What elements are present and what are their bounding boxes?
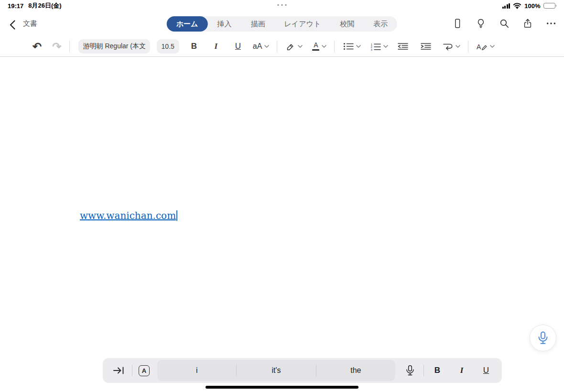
dictation-fab[interactable] [530,325,556,351]
svg-text:3: 3 [371,48,373,51]
svg-text:A: A [477,43,481,51]
divider [423,365,424,376]
suggestion-2[interactable]: it's [237,360,315,381]
chevron-down-icon [322,45,326,48]
document-title: 文書 [23,19,37,28]
grow-shrink-label: aA [253,42,262,51]
divider [132,365,132,376]
chevron-down-icon [264,45,269,48]
keyboard-bold-button[interactable]: B [430,366,445,375]
back-button[interactable] [6,18,19,32]
status-bar: 19:17 8月26日(金) 100% [0,0,564,11]
lightbulb-icon[interactable] [475,17,487,30]
styles-button[interactable]: A [476,39,495,54]
tab-draw[interactable]: 描画 [241,16,274,32]
numbered-list-button[interactable]: 1 2 3 [370,39,388,54]
text-cursor [176,210,177,221]
home-indicator[interactable] [206,386,358,389]
font-name-label: 游明朝 Regular (本文 [83,42,145,51]
suggestion-3[interactable]: the [316,360,395,381]
italic-button[interactable]: I [210,39,222,54]
keyboard-italic-button[interactable]: I [455,366,469,375]
chevron-down-icon [356,45,361,48]
formatting-toolbar: ↶ ↷ 游明朝 Regular (本文 10.5 B I U aA A [0,36,564,57]
underline-button[interactable]: U [232,39,244,54]
suggestion-1[interactable]: i [157,360,236,381]
wifi-icon [513,2,521,9]
chevron-down-icon [298,45,303,48]
tab-layout[interactable]: レイアウト [274,16,330,32]
cellular-signal-icon [502,3,510,9]
font-name-button[interactable]: 游明朝 Regular (本文 [78,39,150,54]
chevron-down-icon [490,45,495,48]
font-color-icon: A [312,39,319,54]
more-ellipsis-icon[interactable] [545,17,557,30]
chevron-down-icon [456,45,460,48]
word-ipad-screen: 19:17 8月26日(金) 100% [0,0,564,392]
bold-button[interactable]: B [188,39,200,54]
clock: 19:17 [8,2,23,10]
decrease-indent-button[interactable] [397,39,409,54]
divider [277,41,277,52]
date: 8月26日(金) [28,1,61,10]
undo-icon[interactable]: ↶ [33,39,42,54]
tab-review[interactable]: 校閲 [330,16,364,32]
bullet-list-button[interactable] [343,39,361,54]
suggestion-group: i it's the [157,360,395,381]
divider [468,41,468,52]
tab-home[interactable]: ホーム [167,16,208,32]
mobile-view-icon[interactable] [451,17,464,30]
tab-view[interactable]: 表示 [364,16,397,32]
divider [69,41,70,52]
font-size-grow-shrink-button[interactable]: aA [253,39,270,54]
keyboard-underline-button[interactable]: U [479,366,493,375]
search-icon[interactable] [498,17,510,30]
divider [334,41,335,52]
highlight-color-button[interactable] [286,39,303,54]
font-color-button[interactable]: A [312,39,326,54]
hyperlink-text[interactable]: www.wanichan.com [80,210,176,221]
font-size-label: 10.5 [162,43,174,50]
font-color-letter: A [314,42,318,48]
keyboard-shortcut-bar: A i it's the B I U [103,358,502,383]
dictation-mic-icon[interactable] [403,363,417,378]
nav-bar: 文書 ホーム 挿入 描画 レイアウト 校閲 表示 [0,11,564,36]
font-size-button[interactable]: 10.5 [157,39,179,54]
document-text-line: www.wanichan.com [80,210,177,221]
ribbon-tabs: ホーム 挿入 描画 レイアウト 校閲 表示 [167,16,397,32]
tab-insert[interactable]: 挿入 [207,16,241,32]
document-canvas[interactable]: www.wanichan.com [0,57,564,392]
redo-icon: ↷ [52,39,61,54]
chevron-down-icon [383,45,388,48]
line-break-button[interactable] [443,39,460,54]
tab-key-icon[interactable] [111,363,126,378]
multitasking-dots-icon[interactable] [277,4,287,6]
share-icon[interactable] [521,17,534,30]
input-mode-button[interactable]: A [139,365,150,376]
increase-indent-button[interactable] [420,39,432,54]
battery-percent: 100% [524,2,540,10]
battery-icon [543,3,557,9]
